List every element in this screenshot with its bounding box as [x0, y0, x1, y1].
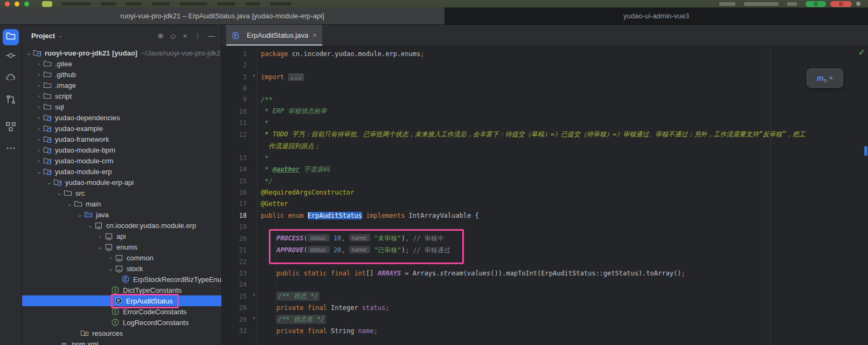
tree-item-yudao-module-erp-api[interactable]: ⌄yudao-module-erp-api	[22, 177, 221, 188]
tree-item-yudao-example[interactable]: ›yudao-example	[22, 123, 221, 134]
tree-item-api[interactable]: ›api	[22, 231, 221, 242]
line-number[interactable]: 23	[222, 270, 247, 277]
tree-item-enums[interactable]: ⌄enums	[22, 242, 221, 252]
tree-item-script[interactable]: ›script	[22, 91, 221, 101]
gutter[interactable]: 8	[222, 82, 258, 94]
gutter[interactable]: 15	[222, 175, 258, 187]
tree-item--github[interactable]: ›.github	[22, 69, 221, 80]
code-text[interactable]: PROCESS(status: 10, name: "未审核"), // 审核中	[258, 234, 444, 243]
scrollbar-analysis-marker[interactable]	[864, 146, 867, 156]
close-icon[interactable]: ×	[829, 74, 833, 82]
gutter[interactable]: 32	[222, 326, 258, 337]
code-text[interactable]: /** 状态 */	[258, 292, 320, 301]
code-text[interactable]: @RequiredArgsConstructor	[258, 189, 354, 196]
gutter[interactable]: 10	[222, 106, 258, 117]
tree-item-java[interactable]: ⌄java	[22, 209, 221, 220]
tree-item-logrecordconstants[interactable]: ILogRecordConstants	[22, 317, 221, 328]
line-number[interactable]: 8	[222, 85, 247, 92]
chevron-collapsed-icon[interactable]: ›	[106, 254, 115, 261]
line-number[interactable]: 14	[222, 165, 247, 173]
fold-arrow-icon[interactable]: ›	[252, 314, 256, 322]
line-number[interactable]: 29	[222, 316, 247, 323]
line-number[interactable]: 25	[222, 293, 247, 300]
tree-item-yudao-framework[interactable]: ›yudao-framework	[22, 134, 221, 144]
gutter[interactable]: 23	[222, 267, 258, 279]
gutter[interactable]: 1	[222, 48, 258, 59]
code-text[interactable]: * ERP 审核状态枚举	[258, 107, 327, 116]
folded-region[interactable]: ...	[288, 73, 304, 81]
gutter[interactable]: 22	[222, 256, 258, 267]
code-text[interactable]: */	[258, 177, 273, 185]
chevron-expanded-icon[interactable]: ⌄	[86, 222, 94, 229]
line-number[interactable]: 21	[222, 246, 247, 254]
code-text[interactable]: public enum ErpAuditStatus implements In…	[258, 212, 479, 219]
code-text[interactable]: private final String name;	[258, 327, 378, 335]
tree-item-yudao-module-bpm[interactable]: ›yudao-module-bpm	[22, 144, 221, 155]
code-text[interactable]: package cn.iocoder.yudao.module.erp.enum…	[258, 50, 424, 58]
tool-stripe-commit[interactable]	[3, 49, 19, 65]
tree-item-resources[interactable]: resources	[22, 328, 221, 339]
chevron-expanded-icon[interactable]: ⌄	[65, 201, 74, 208]
minimize-button[interactable]	[15, 2, 19, 6]
maven-reload-popup[interactable]: m↻ ×	[807, 68, 843, 88]
chevron-expanded-icon[interactable]: ⌄	[45, 179, 53, 186]
line-number[interactable]: 17	[222, 200, 247, 208]
tree-item-sql[interactable]: ›sql	[22, 101, 221, 112]
chevron-collapsed-icon[interactable]: ›	[34, 125, 43, 132]
chevron-collapsed-icon[interactable]: ›	[34, 82, 43, 88]
chevron-collapsed-icon[interactable]: ›	[34, 71, 43, 78]
gutter[interactable]	[222, 141, 258, 152]
gutter[interactable]: 19	[222, 222, 258, 233]
tool-stripe-structure[interactable]	[3, 120, 19, 136]
gutter[interactable]: 2	[222, 59, 258, 71]
line-number[interactable]: 19	[222, 223, 247, 231]
tab-erpauditstatus-java[interactable]: E ErpAuditStatus.java ×	[226, 25, 322, 46]
line-number[interactable]: 32	[222, 327, 247, 335]
line-number[interactable]: 3	[222, 73, 247, 81]
chevron-expanded-icon[interactable]: ⌄	[24, 50, 33, 57]
code-text[interactable]: @Getter	[258, 200, 288, 208]
line-number[interactable]: 16	[222, 189, 247, 196]
menu-extra-icon[interactable]	[856, 2, 860, 6]
chevron-down-icon[interactable]: ⌄	[58, 33, 63, 38]
gutter[interactable]: 17	[222, 198, 258, 210]
folded-region[interactable]: /** 状态名 */	[276, 315, 327, 324]
tree-item-yudao-module-erp[interactable]: ⌄yudao-module-erp	[22, 166, 221, 177]
tree-item-pom-xml[interactable]: mpom.xml	[22, 339, 221, 345]
tree-item-cn-iocoder-yudao-module-erp[interactable]: ⌄cn.iocoder.yudao.module.erp	[22, 220, 221, 231]
line-number[interactable]: 20	[222, 235, 247, 243]
hide-panel-icon[interactable]: —	[208, 32, 215, 39]
tree-item-erpstockrecordbiztypeenum[interactable]: EErpStockRecordBizTypeEnum	[22, 274, 221, 285]
tree-item-common[interactable]: ›common	[22, 252, 221, 263]
gutter[interactable]: 13	[222, 152, 258, 163]
line-number[interactable]: 2	[222, 61, 247, 69]
chevron-expanded-icon[interactable]: ⌄	[34, 168, 43, 175]
code-text[interactable]: private final Integer status;	[258, 304, 389, 312]
tool-stripe-more[interactable]	[3, 141, 19, 157]
line-number[interactable]: 1	[222, 50, 247, 58]
code-text[interactable]: /**	[258, 96, 273, 104]
tree-item-src[interactable]: ⌄src	[22, 188, 221, 198]
window-title-bar[interactable]: ruoyi-vue-pro-jdk21 – ErpAuditStatus.jav…	[0, 8, 445, 25]
tree-item-yudao-module-crm[interactable]: ›yudao-module-crm	[22, 155, 221, 166]
code-text[interactable]: import ...	[258, 73, 304, 81]
gutter[interactable]: 11	[222, 118, 258, 129]
close-button[interactable]	[5, 2, 10, 6]
chevron-collapsed-icon[interactable]: ›	[34, 93, 43, 99]
line-number[interactable]: 18	[222, 212, 247, 219]
gutter[interactable]: 9	[222, 94, 258, 106]
gutter[interactable]: 20	[222, 233, 258, 244]
tree-item--image[interactable]: ›.image	[22, 80, 221, 91]
inspection-ok-icon[interactable]: ✓	[858, 47, 865, 57]
code-text[interactable]: public static final int[] ARRAYS = Array…	[258, 270, 685, 277]
zoom-button[interactable]	[24, 2, 29, 6]
line-number[interactable]: 15	[222, 177, 247, 185]
gutter[interactable]: 24	[222, 279, 258, 291]
close-icon[interactable]: ×	[313, 31, 317, 39]
gutter[interactable]: 14	[222, 163, 258, 175]
tool-stripe-pull-requests[interactable]	[3, 93, 19, 109]
chevron-expanded-icon[interactable]: ⌄	[96, 244, 105, 251]
code-text[interactable]: 作流退回到原点；	[258, 142, 320, 151]
tool-stripe-project-active[interactable]	[3, 29, 19, 45]
gutter[interactable]: 18	[222, 210, 258, 221]
